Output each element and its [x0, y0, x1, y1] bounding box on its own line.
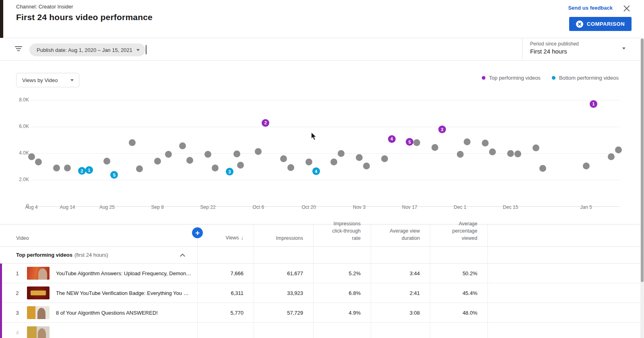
- data-point[interactable]: [330, 159, 337, 165]
- x-axis-tick-label: Oct 20: [296, 204, 322, 210]
- data-point[interactable]: [255, 148, 262, 155]
- data-point[interactable]: [28, 153, 35, 160]
- data-point[interactable]: [165, 151, 172, 158]
- data-point[interactable]: [338, 150, 345, 157]
- sort-descending-icon: ↓: [241, 235, 244, 241]
- table-row[interactable]: 38 of Your Algorithm Questions ANSWERED!…: [0, 303, 644, 323]
- video-title: The NEW YouTube Verification Badge: Ever…: [56, 290, 197, 296]
- video-thumbnail: [27, 267, 50, 280]
- data-point-bottom-3[interactable]: 3: [226, 168, 233, 175]
- video-thumbnail: [27, 306, 50, 319]
- data-point-bottom-5[interactable]: 5: [110, 171, 118, 179]
- videos-table: Video Views↓ Impressions Impressions cli…: [0, 224, 644, 338]
- data-point[interactable]: [233, 150, 240, 157]
- column-header-impressions[interactable]: Impressions: [254, 235, 313, 242]
- data-point[interactable]: [287, 164, 294, 171]
- column-header-avg-view-duration[interactable]: Average view duration: [371, 227, 430, 242]
- avg-percentage-viewed-cell: 50.2%: [430, 270, 487, 276]
- gridline: [31, 180, 620, 180]
- data-point[interactable]: [64, 165, 71, 171]
- avg-view-duration-cell: 3:44: [371, 270, 430, 276]
- data-point-top-2[interactable]: 2: [262, 119, 269, 127]
- video-thumbnail: [27, 286, 50, 299]
- video-performance-modal: Channel: Creator Insider First 24 hours …: [0, 0, 644, 338]
- video-thumbnail: [27, 326, 50, 338]
- impressions-cell: 61,677: [254, 270, 313, 276]
- data-point[interactable]: [507, 150, 514, 157]
- x-axis-tick-label: Jan 5: [573, 204, 599, 210]
- video-cell: 2The NEW YouTube Verification Badge: Eve…: [0, 286, 197, 299]
- data-point-bottom-1[interactable]: 1: [85, 166, 93, 174]
- gridline: [31, 153, 620, 154]
- video-cell: 1YouTube Algorithm Answers: Upload Frequ…: [0, 267, 197, 280]
- column-header-avg-percentage-viewed[interactable]: Average percentage viewed: [430, 220, 487, 242]
- data-point[interactable]: [381, 155, 388, 162]
- data-point[interactable]: [363, 163, 370, 169]
- x-axis-tick-label: Aug 4: [19, 204, 44, 210]
- data-point[interactable]: [186, 157, 193, 164]
- data-point[interactable]: [489, 148, 496, 155]
- section-subtitle: (first 24 hours): [74, 252, 108, 258]
- data-point[interactable]: [280, 155, 287, 162]
- x-axis-tick-label: Sep 22: [195, 204, 221, 210]
- data-point[interactable]: [457, 151, 464, 158]
- ctr-cell: 4.9%: [313, 310, 371, 316]
- avg-percentage-viewed-cell: 45.4%: [430, 290, 487, 296]
- data-point[interactable]: [514, 150, 521, 157]
- mouse-cursor: [311, 132, 317, 141]
- row-rank: 1: [14, 270, 21, 276]
- data-point[interactable]: [53, 165, 60, 171]
- views-cell: 6,311: [197, 290, 254, 296]
- table-row[interactable]: 2The NEW YouTube Verification Badge: Eve…: [0, 283, 644, 303]
- impressions-cell: 57,729: [254, 310, 313, 316]
- data-point[interactable]: [305, 159, 312, 165]
- column-header-ctr[interactable]: Impressions click-through rate: [313, 220, 371, 242]
- data-point[interactable]: [237, 162, 244, 169]
- table-section-row: Top performing videos (first 24 hours): [0, 247, 644, 264]
- x-axis-tick-label: Dec 1: [447, 204, 473, 210]
- data-point-top-5[interactable]: 5: [406, 138, 413, 146]
- avg-view-duration-cell: 3:08: [371, 310, 430, 316]
- data-point[interactable]: [608, 153, 615, 160]
- data-point[interactable]: [129, 139, 136, 146]
- add-metric-button[interactable]: +: [192, 227, 203, 238]
- avg-view-duration-cell: 2:41: [371, 290, 430, 296]
- collapse-section-icon[interactable]: [180, 254, 185, 259]
- data-point[interactable]: [583, 163, 590, 169]
- column-header-video[interactable]: Video: [0, 235, 197, 242]
- row-rank: 3: [14, 310, 21, 316]
- data-point-top-4[interactable]: 4: [388, 135, 396, 143]
- table-row[interactable]: 4: [0, 323, 644, 338]
- table-row[interactable]: 1YouTube Algorithm Answers: Upload Frequ…: [0, 264, 644, 283]
- impressions-cell: 33,923: [254, 290, 313, 296]
- ctr-cell: 5.2%: [313, 270, 371, 276]
- data-point[interactable]: [413, 139, 420, 146]
- column-header-views[interactable]: Views↓: [197, 234, 254, 242]
- section-title: Top performing videos: [16, 252, 72, 258]
- data-point-top-3[interactable]: 3: [438, 126, 446, 133]
- x-axis-tick-label: Oct 6: [246, 204, 271, 210]
- data-point-bottom-2[interactable]: 2: [78, 167, 86, 175]
- data-point[interactable]: [533, 144, 539, 151]
- data-point[interactable]: [136, 165, 143, 172]
- data-point[interactable]: [154, 158, 161, 165]
- data-point[interactable]: [615, 146, 622, 153]
- table-body: 1YouTube Algorithm Answers: Upload Frequ…: [0, 264, 644, 338]
- data-point-bottom-4[interactable]: 4: [312, 167, 320, 175]
- data-point[interactable]: [35, 159, 42, 165]
- data-point[interactable]: [212, 165, 219, 171]
- data-point[interactable]: [103, 158, 110, 165]
- data-point[interactable]: [179, 142, 186, 149]
- x-axis-tick-label: Aug 25: [94, 204, 120, 210]
- data-point[interactable]: [431, 144, 438, 151]
- data-point-top-1[interactable]: 1: [590, 100, 597, 108]
- views-cell: 5,770: [197, 310, 254, 316]
- scrollbar-thumb[interactable]: [641, 39, 644, 282]
- data-point[interactable]: [464, 138, 471, 145]
- gridline: [31, 127, 620, 127]
- x-axis-tick-label: Nov 17: [397, 204, 423, 210]
- data-point[interactable]: [539, 165, 546, 172]
- data-point[interactable]: [356, 154, 363, 161]
- data-point[interactable]: [482, 140, 489, 146]
- data-point[interactable]: [204, 151, 211, 158]
